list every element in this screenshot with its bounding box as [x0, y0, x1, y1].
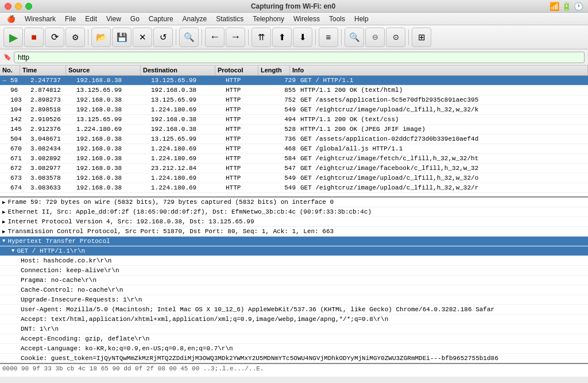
menu-statistics[interactable]: Statistics — [211, 13, 248, 25]
arrow-up-icon: ⬆ — [278, 32, 286, 42]
detail-row[interactable]: ▶Ethernet II, Src: Apple_dd:0f:2f (18:65… — [0, 207, 588, 217]
col-header-source[interactable]: Source — [66, 65, 141, 75]
toolbar-separator-4 — [248, 29, 249, 45]
col-header-no[interactable]: No. — [0, 65, 20, 75]
menu-file[interactable]: File — [60, 13, 80, 25]
detail-row[interactable]: ▶Transmission Control Protocol, Src Port… — [0, 227, 588, 237]
col-header-dest[interactable]: Destination — [141, 65, 215, 75]
zoom-out-button[interactable]: ⊖ — [365, 28, 385, 47]
detail-row[interactable]: Upgrade-Insecure-Requests: 1\r\n — [0, 295, 588, 305]
detail-row[interactable]: Accept-Language: ko-KR,ko;q=0.9,en-US;q=… — [0, 344, 588, 354]
detail-row[interactable]: ▼Hypertext Transfer Protocol — [0, 237, 588, 246]
table-row[interactable]: 96 2.874812 13.125.65.99 192.168.0.38 HT… — [0, 86, 588, 95]
table-row[interactable]: 671 3.082892 192.168.0.38 1.224.180.69 H… — [0, 154, 588, 164]
cell-length: 752 — [266, 96, 298, 103]
open-file-button[interactable]: 📂 — [91, 28, 111, 47]
close-file-button[interactable]: ✕ — [133, 28, 152, 47]
hex-pane: 0000 90 9f 33 3b cb 4c 18 65 90 dd 0f 2f… — [0, 364, 588, 377]
expand-triangle[interactable]: ▼ — [11, 248, 14, 254]
col-header-proto[interactable]: Protocol — [215, 65, 258, 75]
save-file-button[interactable]: 💾 — [112, 28, 131, 47]
table-row[interactable]: 104 2.898518 192.168.0.38 1.224.180.69 H… — [0, 105, 588, 115]
menu-analyze[interactable]: Analyze — [178, 13, 212, 25]
detail-text: Pragma: no-cache\r\n — [21, 277, 96, 284]
menu-help[interactable]: Help — [350, 13, 373, 25]
cell-info: HTTP/1.1 200 OK (JPEG JFIF image) — [298, 126, 588, 133]
detail-row[interactable]: DNT: 1\r\n — [0, 324, 588, 334]
back-button[interactable]: ← — [205, 28, 225, 47]
collapse-triangle[interactable]: ▶ — [2, 219, 5, 225]
col-header-time[interactable]: Time — [20, 65, 66, 75]
detail-row[interactable]: ▶Internet Protocol Version 4, Src: 192.1… — [0, 217, 588, 227]
restart-capture-button[interactable]: ⟳ — [45, 28, 64, 47]
menu-wireshark[interactable]: Wireshark — [20, 13, 60, 25]
filter-bar: 🔖 — [0, 49, 588, 65]
detail-row[interactable]: Accept: text/html,application/xhtml+xml,… — [0, 315, 588, 324]
zoom-reset-button[interactable]: ⊙ — [386, 28, 405, 47]
resize-columns-button[interactable]: ⊞ — [412, 28, 431, 47]
scroll-bottom-button[interactable]: ⬇ — [293, 28, 312, 47]
menu-tools[interactable]: Tools — [324, 13, 350, 25]
table-row[interactable]: → 59 2.247737 192.168.0.38 13.125.65.99 … — [0, 76, 588, 86]
col-header-info[interactable]: Info — [290, 65, 588, 75]
stop-capture-button[interactable]: ■ — [24, 28, 44, 47]
minimize-button[interactable] — [15, 3, 22, 10]
zoom-in-button[interactable]: 🔍 — [345, 28, 364, 47]
cell-source: 1.224.180.69 — [74, 126, 149, 133]
scroll-top-button[interactable]: ⬆ — [272, 28, 292, 47]
table-row[interactable]: 504 3.048671 192.168.0.38 13.125.65.99 H… — [0, 134, 588, 144]
cell-proto: HTTP — [223, 145, 266, 152]
detail-row[interactable]: Host: hashcode.co.kr\r\n — [0, 256, 588, 266]
menu-wireless[interactable]: Wireless — [289, 13, 324, 25]
expand-triangle[interactable]: ▼ — [2, 238, 5, 244]
cell-no: 142 — [8, 116, 28, 123]
hex-content: 0000 90 9f 33 3b cb 4c 18 65 90 dd 0f 2f… — [2, 365, 264, 372]
detail-row[interactable]: ▼GET / HTTP/1.1\r\n — [0, 246, 588, 256]
detail-row[interactable]: Cache-Control: no-cache\r\n — [0, 285, 588, 295]
detail-row[interactable]: Connection: keep-alive\r\n — [0, 266, 588, 276]
detail-row[interactable]: Cookie: guest_token=IjQyNTQwMmZkMzRjMTQ2… — [0, 354, 588, 363]
cell-time: 2.898518 — [28, 106, 74, 113]
collapse-triangle[interactable]: ▶ — [2, 229, 5, 235]
go-to-first-button[interactable]: ⇈ — [252, 28, 271, 47]
col-header-length[interactable]: Length — [258, 65, 290, 75]
cell-no: 504 — [8, 136, 28, 142]
reload-button[interactable]: ↺ — [153, 28, 173, 47]
table-row[interactable]: 142 2.910526 13.125.65.99 192.168.0.38 H… — [0, 115, 588, 125]
start-capture-button[interactable]: ▶ — [3, 28, 23, 47]
table-row[interactable]: 674 3.083633 192.168.0.38 1.224.180.69 H… — [0, 183, 588, 193]
table-row[interactable]: 145 2.912376 1.224.180.69 192.168.0.38 H… — [0, 125, 588, 134]
maximize-button[interactable] — [25, 3, 32, 10]
arrow-up-first-icon: ⇈ — [258, 32, 265, 42]
find-button[interactable]: 🔍 — [179, 28, 199, 47]
menu-view[interactable]: View — [102, 13, 126, 25]
forward-button[interactable]: → — [226, 28, 245, 47]
battery-icon: 🔋 — [562, 2, 571, 11]
detail-row[interactable]: User-Agent: Mozilla/5.0 (Macintosh; Inte… — [0, 305, 588, 315]
table-row[interactable]: 673 3.083578 192.168.0.38 1.224.180.69 H… — [0, 173, 588, 183]
detail-rows-container: ▶Frame 59: 729 bytes on wire (5832 bits)… — [0, 198, 588, 363]
detail-row[interactable]: Accept-Encoding: gzip, deflate\r\n — [0, 334, 588, 344]
close-icon: ✕ — [139, 32, 146, 42]
capture-options-button[interactable]: ⚙ — [65, 28, 85, 47]
detail-row[interactable]: ▶Frame 59: 729 bytes on wire (5832 bits)… — [0, 198, 588, 207]
table-row[interactable]: 672 3.082977 192.168.0.38 23.212.12.84 H… — [0, 164, 588, 173]
menu-edit[interactable]: Edit — [80, 13, 102, 25]
cell-source: 13.125.65.99 — [74, 87, 149, 94]
close-button[interactable] — [5, 3, 11, 10]
cell-info: GET /eightcruz/image/upload/c_lfill,h_32… — [298, 106, 588, 113]
filter-input[interactable] — [14, 52, 585, 63]
table-row[interactable]: 670 3.082434 192.168.0.38 1.224.180.69 H… — [0, 144, 588, 154]
titlebar-right: 📶 🔋 🕐 — [550, 2, 583, 11]
menu-telephony[interactable]: Telephony — [248, 13, 289, 25]
menu-capture[interactable]: Capture — [144, 13, 178, 25]
menu-apple[interactable]: 🍎 — [2, 13, 20, 25]
collapse-triangle[interactable]: ▶ — [2, 209, 5, 215]
detail-text: User-Agent: Mozilla/5.0 (Macintosh; Inte… — [21, 306, 494, 313]
colorize-button[interactable]: ≡ — [319, 28, 338, 47]
detail-row[interactable]: Pragma: no-cache\r\n — [0, 276, 588, 285]
menu-go[interactable]: Go — [126, 13, 144, 25]
table-row[interactable]: 103 2.898273 192.168.0.38 13.125.65.99 H… — [0, 95, 588, 105]
collapse-triangle[interactable]: ▶ — [2, 199, 5, 206]
start-icon: ▶ — [9, 30, 18, 44]
